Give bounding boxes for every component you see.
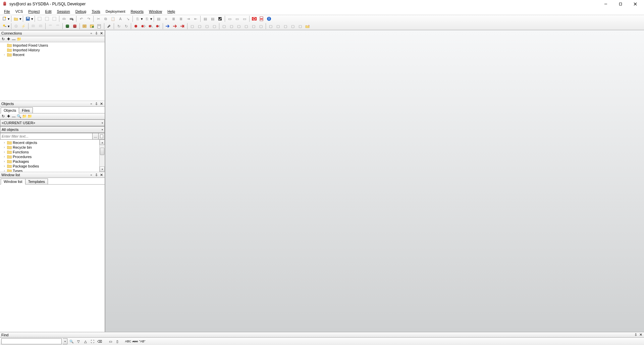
- panel-pin-icon[interactable]: ⇩: [94, 102, 98, 106]
- chevron-right-icon[interactable]: ›: [3, 150, 6, 154]
- find-all-icon[interactable]: ⛶: [90, 338, 96, 344]
- remove-icon[interactable]: —: [11, 37, 16, 42]
- find-history-dropdown-icon[interactable]: ▾: [63, 338, 67, 344]
- menu-project[interactable]: Project: [25, 9, 42, 14]
- tb-i1[interactable]: [81, 23, 88, 30]
- find-next-icon[interactable]: 🔍: [68, 338, 74, 344]
- panel-close-icon[interactable]: ✕: [99, 173, 103, 177]
- panel-maximize-icon[interactable]: ▫: [89, 102, 93, 106]
- open-dropdown-icon[interactable]: ▾: [19, 17, 22, 21]
- tree-node-recent[interactable]: › Recent: [0, 52, 105, 57]
- oracle-button[interactable]: [251, 15, 258, 22]
- remove-icon[interactable]: —: [11, 114, 16, 119]
- chevron-right-icon[interactable]: ›: [3, 155, 6, 158]
- tree-node-package-bodies[interactable]: ›Package bodies: [0, 164, 99, 168]
- scroll-track[interactable]: [100, 145, 105, 166]
- menu-deployment[interactable]: Deployment: [103, 9, 128, 14]
- filter-input[interactable]: [0, 133, 93, 140]
- find-word-icon[interactable]: ABC: [132, 338, 138, 344]
- tb-i2[interactable]: [89, 23, 95, 30]
- pdf-button[interactable]: [258, 15, 265, 22]
- maximize-button[interactable]: [613, 0, 628, 8]
- info-button[interactable]: i: [266, 15, 272, 22]
- tb-i3[interactable]: [96, 23, 103, 30]
- minimize-button[interactable]: [598, 0, 613, 8]
- chevron-right-icon[interactable]: ›: [3, 146, 6, 149]
- find-case-icon[interactable]: ABC: [125, 338, 131, 344]
- tb-k2[interactable]: [140, 23, 147, 30]
- scroll-thumb[interactable]: [100, 148, 104, 155]
- print-setup-button[interactable]: [68, 15, 75, 22]
- menu-window[interactable]: Window: [146, 9, 165, 14]
- tb-btn-e3[interactable]: [217, 15, 223, 22]
- folder-add-icon[interactable]: 📁: [28, 114, 32, 119]
- save-dropdown-icon[interactable]: ▾: [31, 17, 34, 21]
- menu-tools[interactable]: Tools: [89, 9, 103, 14]
- menu-edit[interactable]: Edit: [43, 9, 54, 14]
- tab-window-list[interactable]: Window list: [1, 179, 25, 185]
- panel-maximize-icon[interactable]: ▫: [89, 31, 93, 35]
- tb-k1[interactable]: [132, 23, 139, 30]
- nav-fwd-button[interactable]: [172, 23, 178, 30]
- tree-node-recycle-bin[interactable]: ›Recycle bin: [0, 145, 99, 150]
- menu-debug[interactable]: Debug: [73, 9, 89, 14]
- find-down-icon[interactable]: ▽: [75, 338, 82, 344]
- tree-node-types[interactable]: ›Types: [0, 168, 99, 172]
- nav-last-button[interactable]: [179, 23, 186, 30]
- tree-node-imported-fixed-users[interactable]: Imported Fixed Users: [0, 43, 105, 48]
- panel-maximize-icon[interactable]: ▫: [89, 173, 93, 177]
- chevron-right-icon[interactable]: ›: [3, 164, 6, 168]
- tab-templates[interactable]: Templates: [25, 179, 48, 184]
- menu-session[interactable]: Session: [54, 9, 73, 14]
- menu-file[interactable]: File: [1, 9, 13, 14]
- new-dropdown-icon[interactable]: ▾: [7, 17, 10, 21]
- find-regex-icon[interactable]: "AB": [139, 338, 145, 344]
- tree-node-imported-history[interactable]: Imported History: [0, 48, 105, 52]
- chevron-right-icon[interactable]: ›: [3, 169, 6, 172]
- tab-files[interactable]: Files: [19, 107, 33, 113]
- chevron-right-icon[interactable]: ›: [3, 141, 6, 144]
- panel-close-icon[interactable]: ✕: [99, 102, 103, 106]
- find-input[interactable]: [1, 338, 62, 344]
- new-button[interactable]: [1, 15, 8, 22]
- tb-k4[interactable]: [155, 23, 161, 30]
- panel-close-icon[interactable]: ✕: [99, 31, 103, 35]
- close-button[interactable]: [628, 0, 643, 8]
- filter-doc-button[interactable]: [99, 133, 105, 140]
- chevron-right-icon[interactable]: ›: [3, 160, 6, 163]
- menu-reports[interactable]: Reports: [128, 9, 147, 14]
- find-opt2-icon[interactable]: ▯: [114, 338, 120, 344]
- tb-n6[interactable]: [304, 23, 311, 30]
- tb-k3[interactable]: [147, 23, 154, 30]
- refresh-icon[interactable]: ↻: [1, 37, 5, 42]
- tree-node-functions[interactable]: ›Functions: [0, 150, 99, 154]
- tree-node-recent-objects[interactable]: ›Recent objects: [0, 140, 99, 145]
- filter-type-dropdown[interactable]: All objects ▾: [0, 126, 105, 133]
- menu-help[interactable]: Help: [165, 9, 178, 14]
- user-dropdown[interactable]: <CURRENT USER> ▾: [0, 119, 105, 126]
- nav-back-button[interactable]: [164, 23, 171, 30]
- find-up-icon[interactable]: △: [83, 338, 89, 344]
- tab-objects[interactable]: Objects: [1, 107, 19, 113]
- panel-pin-icon[interactable]: ⇩: [94, 31, 98, 35]
- add-icon[interactable]: ✚: [6, 37, 11, 42]
- find-opt1-icon[interactable]: ▭: [107, 338, 113, 344]
- save-button[interactable]: [24, 15, 31, 22]
- find-icon[interactable]: 🔍: [17, 114, 21, 119]
- tb-c2-dropdown-icon[interactable]: ▾: [150, 17, 153, 21]
- open-button[interactable]: [13, 15, 19, 22]
- chevron-right-icon[interactable]: ›: [3, 53, 6, 56]
- folder-add-icon[interactable]: 📁: [17, 37, 21, 42]
- scroll-down-icon[interactable]: ▾: [100, 166, 105, 172]
- wrench-button[interactable]: [106, 23, 112, 30]
- tb-h2[interactable]: [71, 23, 78, 30]
- scroll-up-icon[interactable]: ▴: [100, 140, 105, 145]
- folder-icon[interactable]: 📁: [22, 114, 27, 119]
- panel-pin-icon[interactable]: ⇩: [634, 333, 638, 337]
- tb-c1-dropdown-icon[interactable]: ▾: [141, 17, 143, 21]
- refresh-icon[interactable]: ↻: [1, 114, 5, 119]
- find-clear-icon[interactable]: ⌫: [97, 338, 103, 344]
- tb-h1[interactable]: [64, 23, 71, 30]
- logon-button[interactable]: [1, 23, 8, 30]
- panel-close-icon[interactable]: ✕: [639, 333, 643, 337]
